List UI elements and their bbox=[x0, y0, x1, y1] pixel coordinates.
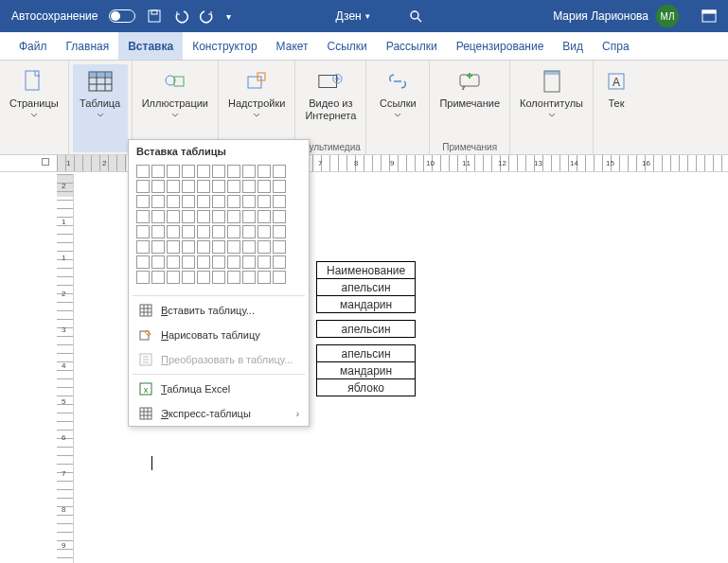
grid-cell[interactable] bbox=[242, 210, 256, 223]
grid-cell[interactable] bbox=[212, 255, 225, 269]
insert-table-item[interactable]: Вставить таблицу... bbox=[129, 298, 309, 323]
excel-table-item[interactable]: x Таблица Excel bbox=[129, 377, 309, 401]
grid-cell[interactable] bbox=[151, 240, 165, 254]
grid-cell[interactable] bbox=[257, 240, 271, 254]
grid-cell[interactable] bbox=[167, 180, 180, 193]
grid-cell[interactable] bbox=[273, 180, 286, 193]
grid-cell[interactable] bbox=[242, 195, 256, 208]
grid-cell[interactable] bbox=[242, 271, 256, 284]
grid-cell[interactable] bbox=[257, 255, 271, 269]
grid-cell[interactable] bbox=[182, 225, 195, 238]
grid-cell[interactable] bbox=[273, 195, 286, 208]
grid-cell[interactable] bbox=[242, 180, 256, 193]
grid-cell[interactable] bbox=[227, 165, 240, 178]
quick-tables-item[interactable]: Экспресс-таблицы › bbox=[129, 401, 309, 426]
grid-cell[interactable] bbox=[242, 240, 256, 254]
tab-вставка[interactable]: Вставка bbox=[118, 32, 183, 60]
tab-файл[interactable]: Файл bbox=[9, 32, 57, 60]
grid-cell[interactable] bbox=[167, 240, 180, 254]
grid-cell[interactable] bbox=[182, 255, 195, 269]
tab-вид[interactable]: Вид bbox=[553, 32, 593, 60]
grid-cell[interactable] bbox=[197, 225, 210, 238]
grid-cell[interactable] bbox=[167, 255, 180, 269]
redo-icon[interactable] bbox=[200, 9, 215, 24]
dzen-button[interactable]: Дзен ▾ bbox=[335, 9, 369, 23]
vertical-ruler[interactable]: 21123456789 bbox=[57, 174, 74, 563]
grid-cell[interactable] bbox=[182, 180, 195, 193]
grid-cell[interactable] bbox=[151, 180, 165, 193]
grid-cell[interactable] bbox=[212, 240, 225, 254]
table-cell[interactable]: апельсин bbox=[317, 345, 416, 362]
table-cell[interactable]: яблоко bbox=[317, 379, 416, 396]
grid-cell[interactable] bbox=[182, 240, 195, 254]
grid-cell[interactable] bbox=[182, 195, 195, 208]
table-cell[interactable]: апельсин bbox=[317, 279, 416, 296]
ribbon-options-icon[interactable] bbox=[701, 9, 717, 24]
grid-cell[interactable] bbox=[227, 195, 240, 208]
grid-cell[interactable] bbox=[212, 271, 225, 284]
grid-cell[interactable] bbox=[257, 180, 271, 193]
grid-cell[interactable] bbox=[151, 195, 165, 208]
grid-cell[interactable] bbox=[167, 225, 180, 238]
grid-cell[interactable] bbox=[136, 165, 150, 178]
grid-cell[interactable] bbox=[257, 225, 271, 238]
grid-cell[interactable] bbox=[197, 240, 210, 254]
grid-cell[interactable] bbox=[227, 271, 240, 284]
grid-cell[interactable] bbox=[197, 210, 210, 223]
grid-cell[interactable] bbox=[167, 210, 180, 223]
grid-cell[interactable] bbox=[136, 195, 150, 208]
grid-cell[interactable] bbox=[273, 225, 286, 238]
search-icon[interactable] bbox=[408, 9, 423, 24]
text-button[interactable]: A Тек bbox=[597, 64, 635, 152]
grid-cell[interactable] bbox=[197, 271, 210, 284]
tab-рецензирование[interactable]: Рецензирование bbox=[447, 32, 554, 60]
grid-cell[interactable] bbox=[197, 180, 210, 193]
tab-конструктор[interactable]: Конструктор bbox=[183, 32, 266, 60]
grid-cell[interactable] bbox=[273, 240, 286, 254]
tab-главная[interactable]: Главная bbox=[57, 32, 119, 60]
table-cell[interactable]: Наименование bbox=[317, 262, 416, 279]
grid-cell[interactable] bbox=[212, 225, 225, 238]
grid-cell[interactable] bbox=[257, 271, 271, 284]
grid-cell[interactable] bbox=[182, 165, 195, 178]
grid-cell[interactable] bbox=[136, 210, 150, 223]
grid-cell[interactable] bbox=[182, 210, 195, 223]
grid-cell[interactable] bbox=[136, 180, 150, 193]
table-cell[interactable]: апельсин bbox=[317, 321, 416, 338]
grid-cell[interactable] bbox=[136, 255, 150, 269]
grid-cell[interactable] bbox=[257, 195, 271, 208]
grid-cell[interactable] bbox=[242, 225, 256, 238]
grid-cell[interactable] bbox=[273, 255, 286, 269]
grid-cell[interactable] bbox=[242, 165, 256, 178]
user-account[interactable]: Мария Ларионова МЛ bbox=[553, 5, 679, 27]
draw-table-item[interactable]: Нарисовать таблицу bbox=[129, 323, 309, 347]
grid-cell[interactable] bbox=[227, 225, 240, 238]
qat-overflow-icon[interactable]: ▾ bbox=[226, 11, 231, 22]
grid-cell[interactable] bbox=[167, 271, 180, 284]
table-cell[interactable]: мандарин bbox=[317, 296, 416, 313]
grid-cell[interactable] bbox=[136, 240, 150, 254]
grid-cell[interactable] bbox=[212, 165, 225, 178]
tab-спра[interactable]: Спра bbox=[593, 32, 639, 60]
grid-cell[interactable] bbox=[227, 180, 240, 193]
grid-cell[interactable] bbox=[167, 165, 180, 178]
tab-макет[interactable]: Макет bbox=[267, 32, 318, 60]
grid-cell[interactable] bbox=[227, 255, 240, 269]
comment-button[interactable]: Примечание bbox=[434, 64, 506, 140]
grid-cell[interactable] bbox=[151, 255, 165, 269]
document-table[interactable]: Наименованиеапельсинмандаринапельсинапел… bbox=[316, 261, 416, 396]
autosave-toggle[interactable] bbox=[109, 9, 135, 23]
grid-cell[interactable] bbox=[242, 255, 256, 269]
grid-cell[interactable] bbox=[151, 165, 165, 178]
headers-footers-button[interactable]: Колонтитулы bbox=[514, 64, 589, 152]
grid-cell[interactable] bbox=[167, 195, 180, 208]
grid-cell[interactable] bbox=[257, 210, 271, 223]
horizontal-ruler[interactable]: 122345678910111213141516 bbox=[0, 155, 728, 172]
tab-ссылки[interactable]: Ссылки bbox=[318, 32, 377, 60]
grid-cell[interactable] bbox=[197, 165, 210, 178]
table-grid-picker[interactable] bbox=[129, 163, 309, 293]
grid-cell[interactable] bbox=[151, 271, 165, 284]
grid-cell[interactable] bbox=[136, 225, 150, 238]
table-button[interactable]: Таблица bbox=[73, 64, 128, 152]
grid-cell[interactable] bbox=[197, 195, 210, 208]
